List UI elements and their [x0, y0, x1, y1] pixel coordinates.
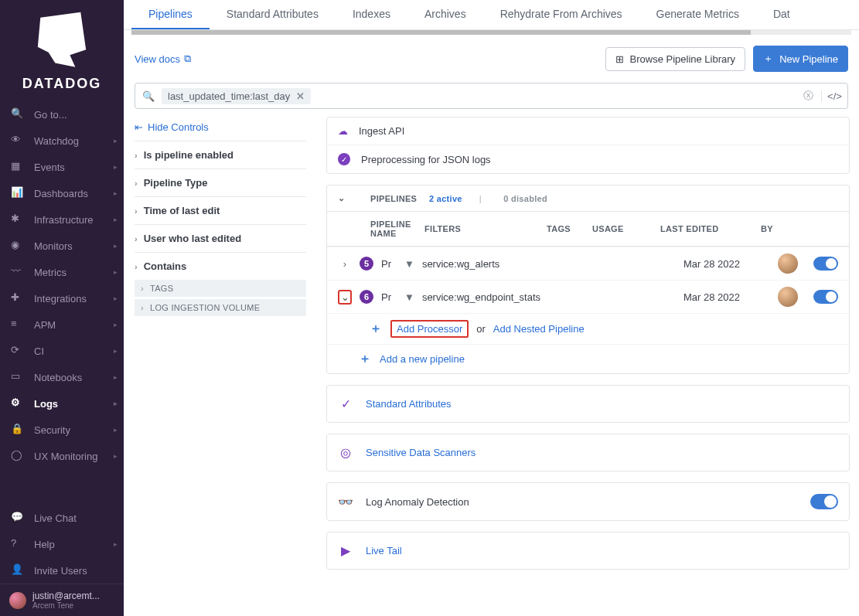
- nav-infrastructure[interactable]: ✱Infrastructure▸: [0, 206, 124, 233]
- col-by: BY: [761, 224, 792, 233]
- chevron-right-icon: ▸: [114, 400, 118, 407]
- pipeline-row[interactable]: › 5 Pr ▼ service:wg_alerts Mar 28 2022: [327, 247, 849, 280]
- nav-ux[interactable]: ◯UX Monitoring▸: [0, 443, 124, 469]
- enable-toggle[interactable]: [813, 257, 838, 271]
- user-menu[interactable]: justin@arcemt... Arcem Tene: [0, 584, 124, 616]
- nav-goto[interactable]: 🔍Go to...: [0, 101, 124, 128]
- chevron-right-icon: ▸: [114, 294, 118, 302]
- clear-search[interactable]: ⓧ: [795, 89, 821, 103]
- nav-label: Integrations: [34, 293, 87, 305]
- toolbar: View docs ⧉ ⊞Browse Pipeline Library ＋Ne…: [124, 35, 859, 83]
- tab-indexes[interactable]: Indexes: [336, 0, 407, 29]
- nav-security[interactable]: 🔒Security▸: [0, 417, 124, 443]
- add-processor-row: ＋ Add Processor or Add Nested Pipeline: [327, 313, 849, 344]
- nav-metrics[interactable]: 〰Metrics▸: [0, 259, 124, 285]
- last-edited: Mar 28 2022: [683, 258, 761, 270]
- preproc-row[interactable]: ✓ Preprocessing for JSON logs: [327, 145, 849, 173]
- hide-controls[interactable]: ⇤Hide Controls: [135, 117, 306, 141]
- chevron-right-icon: ▸: [114, 452, 118, 460]
- filter-chip[interactable]: last_updated_time:last_day✕: [162, 88, 311, 104]
- processor-count-badge: 5: [360, 257, 373, 271]
- link-label: View docs: [135, 53, 180, 65]
- tabs: Pipelines Standard Attributes Indexes Ar…: [124, 0, 859, 30]
- help-icon: ?: [11, 537, 25, 551]
- nav-watchdog[interactable]: 👁Watchdog▸: [0, 128, 124, 154]
- main: Pipelines Standard Attributes Indexes Ar…: [124, 0, 859, 616]
- card-link[interactable]: Sensitive Data Scanners: [366, 447, 476, 458]
- tab-generate-metrics[interactable]: Generate Metrics: [639, 0, 756, 29]
- browse-library-button[interactable]: ⊞Browse Pipeline Library: [605, 47, 746, 71]
- card-link[interactable]: Live Tail: [366, 545, 402, 556]
- tab-pipelines[interactable]: Pipelines: [131, 0, 210, 29]
- expand-icon[interactable]: ›: [338, 258, 352, 270]
- nav-help[interactable]: ?Help▸: [0, 531, 124, 557]
- collapse-icon[interactable]: ⌄: [338, 290, 352, 305]
- nav-ci[interactable]: ⟳CI▸: [0, 338, 124, 364]
- nav-label: UX Monitoring: [34, 451, 97, 462]
- calendar-icon: ▦: [11, 160, 25, 174]
- row-label: Ingest API: [359, 125, 404, 137]
- chevron-right-icon: ▸: [114, 321, 118, 328]
- nav-livechat[interactable]: 💬Live Chat: [0, 505, 124, 531]
- facet-label: LOG INGESTION VOLUME: [150, 303, 260, 312]
- user-org: Arcem Tene: [32, 601, 100, 610]
- plus-icon: ＋: [358, 351, 372, 367]
- tab-rehydrate[interactable]: Rehydrate From Archives: [483, 0, 639, 29]
- enable-toggle[interactable]: [813, 290, 838, 304]
- tab-standard-attributes[interactable]: Standard Attributes: [210, 0, 336, 29]
- user-email: justin@arcemt...: [32, 590, 100, 601]
- nav-label: APM: [34, 319, 56, 331]
- ingest-row[interactable]: ☁ Ingest API: [327, 117, 849, 145]
- puzzle-icon: ⊞: [615, 53, 624, 65]
- new-pipeline-button[interactable]: ＋New Pipeline: [753, 46, 848, 72]
- tab-data-truncated[interactable]: Dat: [756, 0, 807, 29]
- nav-integrations[interactable]: ✚Integrations▸: [0, 285, 124, 311]
- status-disabled: 0 disabled: [503, 194, 547, 203]
- livetail-card[interactable]: ▶ Live Tail: [326, 532, 850, 570]
- nav-monitors[interactable]: ◉Monitors▸: [0, 233, 124, 259]
- facet-contains[interactable]: ›Contains: [135, 252, 306, 280]
- anomaly-card[interactable]: 👓 Log Anomaly Detection: [326, 482, 850, 521]
- query-syntax-toggle[interactable]: </>: [821, 90, 847, 102]
- chevron-right-icon: ▸: [114, 540, 118, 548]
- collapse-all[interactable]: ⌄: [338, 193, 356, 203]
- avatar: [778, 287, 798, 307]
- nav-invite[interactable]: 👤Invite Users: [0, 557, 124, 584]
- sidebar: DATADOG 🔍Go to... 👁Watchdog▸ ▦Events▸ 📊D…: [0, 0, 124, 616]
- nav-logs[interactable]: ⚙Logs▸: [0, 390, 124, 417]
- filter-icon: ▼: [404, 258, 414, 270]
- add-pipeline-link[interactable]: Add a new pipeline: [380, 353, 465, 365]
- anomaly-toggle[interactable]: [810, 494, 838, 509]
- chevron-right-icon: ›: [135, 262, 138, 271]
- facet-tags[interactable]: ›TAGS: [135, 280, 306, 297]
- nav-label: Help: [34, 539, 55, 550]
- add-processor-link[interactable]: Add Processor: [397, 323, 462, 335]
- nav-dashboards[interactable]: 📊Dashboards▸: [0, 180, 124, 206]
- chevron-right-icon: ▸: [114, 426, 118, 434]
- facet-type[interactable]: ›Pipeline Type: [135, 168, 306, 196]
- sds-card[interactable]: ◎ Sensitive Data Scanners: [326, 434, 850, 471]
- facet-ingestion-volume[interactable]: ›LOG INGESTION VOLUME: [135, 299, 306, 316]
- nav-label: Events: [34, 162, 65, 173]
- facet-label: Is pipeline enabled: [144, 149, 233, 161]
- facet-user[interactable]: ›User who last edited: [135, 224, 306, 252]
- brand-logo: DATADOG: [0, 0, 124, 101]
- nav-events[interactable]: ▦Events▸: [0, 154, 124, 180]
- tab-archives[interactable]: Archives: [407, 0, 483, 29]
- search-bar[interactable]: 🔍 last_updated_time:last_day✕ ⓧ </>: [135, 83, 848, 109]
- card-link[interactable]: Standard Attributes: [366, 398, 452, 410]
- add-nested-link[interactable]: Add Nested Pipeline: [493, 323, 585, 335]
- nav-apm[interactable]: ≡APM▸: [0, 311, 124, 338]
- col-usage: USAGE: [592, 224, 646, 233]
- tab-scrollbar[interactable]: [131, 30, 851, 35]
- facet-last-edit[interactable]: ›Time of last edit: [135, 196, 306, 224]
- plus-icon: ＋: [369, 321, 383, 337]
- standard-attributes-card[interactable]: ✓ Standard Attributes: [326, 385, 850, 423]
- nav-notebooks[interactable]: ▭Notebooks▸: [0, 364, 124, 390]
- chat-icon: 💬: [11, 511, 25, 525]
- view-docs-link[interactable]: View docs ⧉: [135, 53, 191, 65]
- pipeline-row[interactable]: ⌄ 6 Pr ▼ service:wg_endpoint_stats Mar 2…: [327, 280, 849, 313]
- chevron-right-icon: ▸: [114, 216, 118, 223]
- facet-enabled[interactable]: ›Is pipeline enabled: [135, 141, 306, 168]
- chip-remove[interactable]: ✕: [296, 90, 305, 102]
